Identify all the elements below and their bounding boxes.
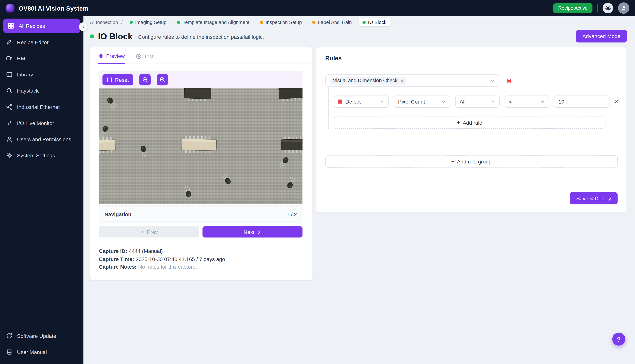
rule-target-value: Defect [345,98,361,105]
sidebar-item-label: Recipe Editor [17,39,49,45]
save-row: Save & Deploy [325,192,617,204]
sidebar-item-label: Industrial Ethernet [17,104,60,110]
rule-target-select[interactable]: Defect [334,96,389,108]
rule-group-select[interactable]: Visual and Dimension Check × [325,74,499,86]
zoom-in-icon [159,77,165,82]
rule-group-tag-label: Visual and Dimension Check [333,78,398,84]
step-label: IO Block [368,20,386,25]
capture-notes-label: Capture Notes: [99,264,136,270]
sidebar-item-software-update[interactable]: Software Update [0,328,83,344]
remove-tag-button[interactable]: × [399,78,405,84]
sidebar-item-hmi[interactable]: HMI [0,50,83,66]
step-label: Inspection Setup [266,20,302,25]
step-label: Imaging Setup [135,20,167,25]
video-icon [6,55,13,62]
rule-value-input[interactable] [554,96,610,108]
sidebar-item-user-manual[interactable]: User Manual [0,344,83,360]
recipe-active-badge[interactable]: Recipe Active [553,3,592,13]
navigation-label: Navigation [105,211,131,217]
step-io-block[interactable]: IO Block [359,18,390,26]
chevron-down-icon [490,78,495,83]
rule-operator-select[interactable]: < [505,96,549,108]
sidebar-item-recipe-editor[interactable]: Recipe Editor [0,34,83,50]
plus-icon: + [451,158,455,165]
network-icon [6,104,13,110]
rules-title: Rules [325,54,617,62]
help-button[interactable]: ? [612,333,625,346]
person-icon [620,5,627,11]
add-rule-label: Add rule [463,120,482,126]
topbar-divider [597,4,598,12]
sidebar-collapse-button[interactable] [79,22,88,31]
sidebar-item-all-recipes[interactable]: All Recipes [3,18,80,33]
prev-button[interactable]: Prev [99,226,199,238]
add-rule-group-label: Add rule group [457,158,491,164]
remove-rule-button[interactable]: × [615,98,618,105]
capture-id-label: Capture ID: [99,248,127,254]
sidebar-spacer [0,164,83,328]
refresh-icon [6,333,13,339]
step-label: Label And Train [318,20,352,25]
sidebar-item-label: System Settings [17,152,55,158]
reset-view-button[interactable]: Reset [103,74,133,85]
page-header: IO Block Configure rules to define the i… [90,30,627,42]
sidebar-item-library[interactable]: Library [0,66,83,82]
tab-preview[interactable]: Preview [98,53,125,64]
delete-rule-group-button[interactable] [506,77,512,84]
sidebar-item-label: User Manual [17,349,47,355]
sidebar-item-label: HMI [17,55,27,62]
step-template-image-alignment[interactable]: Template Image and Alignment [173,18,253,26]
prev-label: Prev [147,229,158,235]
zoom-in-button[interactable] [157,74,168,85]
sun-icon [605,5,611,11]
add-rule-group-button[interactable]: + Add rule group [325,156,617,168]
rule-scope-select[interactable]: All [455,96,500,108]
step-inspection-setup[interactable]: Inspection Setup [256,18,305,26]
top-bar: OV80i AI Vision System Recipe Active [0,0,635,16]
step-label-and-train[interactable]: Label And Train [309,18,356,26]
fit-view-icon [107,77,112,82]
sidebar-item-label: Haystack [17,88,39,94]
capture-time-line: Capture Time:2025-10-30 07:40:41.165 / 7… [99,255,302,263]
rule-group-tag: Visual and Dimension Check × [330,76,406,84]
breadcrumb-root[interactable]: AI Inspection [90,20,118,25]
sidebar-item-label: All Recipes [19,23,45,29]
rule-metric-select[interactable]: Pixel Count [394,96,450,108]
rule-scope-value: All [460,98,466,105]
step-status-dot [362,20,365,24]
tab-test[interactable]: Test [136,53,153,64]
sidebar-item-io-live-monitor[interactable]: I/O Live Monitor [0,115,83,131]
save-deploy-button[interactable]: Save & Deploy [570,192,617,204]
sidebar-item-system-settings[interactable]: System Settings [0,147,83,164]
zoom-out-button[interactable] [139,74,151,85]
rule-group-row: Visual and Dimension Check × [325,74,617,86]
reset-label: Reset [115,76,129,83]
theme-toggle-button[interactable] [602,3,613,13]
next-button[interactable]: Next [202,226,302,238]
next-label: Next [244,229,254,235]
user-avatar[interactable] [618,2,629,14]
step-imaging-setup[interactable]: Imaging Setup [126,18,170,26]
capture-image[interactable] [99,88,302,204]
tab-label: Test [144,53,154,59]
rule-operator-value: < [509,98,512,105]
advanced-mode-button[interactable]: Advanced Mode [576,30,627,42]
chevron-right-icon [257,230,261,234]
capture-time-value: 2025-10-30 07:40:41.165 / 7 days ago [136,256,225,262]
capture-notes-line: Capture Notes:No notes for this capture. [99,263,302,271]
sidebar-item-label: Library [17,72,33,78]
grid-icon [8,23,14,29]
preview-tabs: Preview Test [90,47,312,64]
sidebar-item-users-permissions[interactable]: Users and Permissions [0,131,83,147]
sidebar-item-haystack[interactable]: Haystack [0,82,83,99]
chevron-down-icon [540,99,545,104]
app-logo-icon [6,4,15,12]
step-status-dot [129,20,133,24]
gear-icon [6,152,13,158]
image-viewer: Reset [99,71,302,204]
add-rule-button[interactable]: + Add rule [334,116,605,128]
main-content: AI Inspection / Imaging Setup Template I… [83,16,635,364]
capture-time-label: Capture Time: [99,256,134,262]
rules-panel: Rules Visual and Dimension Check × [316,47,627,213]
sidebar-item-industrial-ethernet[interactable]: Industrial Ethernet [0,99,83,115]
